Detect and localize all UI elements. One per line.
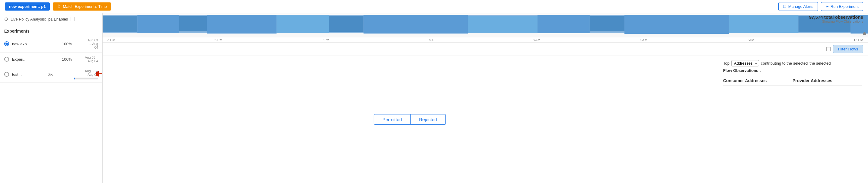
time-label-2: 9 PM [322, 38, 330, 42]
time-label-7: 12 PM [854, 38, 863, 42]
svg-rect-4 [103, 16, 137, 32]
svg-rect-5 [137, 15, 179, 33]
top-bar-left: new experiment: p1 ⏱ Match Experiment's … [5, 2, 111, 10]
time-label-5: 6 AM [640, 38, 647, 42]
experiment-percent-1: 100% [62, 57, 74, 62]
filter-flows-button[interactable]: Filter Flows [833, 45, 863, 53]
top-bar: new experiment: p1 ⏱ Match Experiment's … [0, 0, 868, 13]
manage-alerts-icon: ☐ [783, 4, 786, 9]
time-label-1: 6 PM [215, 38, 222, 42]
radio-inner [5, 42, 8, 45]
svg-rect-10 [364, 15, 468, 33]
rejected-button[interactable]: Rejected [411, 114, 446, 125]
svg-rect-12 [537, 15, 590, 33]
experiment-name-2: test... [12, 72, 45, 77]
run-experiment-button[interactable]: ✈ Run Experiment [821, 2, 863, 11]
permitted-rejected-area: Permitted Rejected [103, 56, 717, 183]
top-label: Top [723, 61, 730, 65]
live-policy-icon: ⊙ [4, 16, 8, 22]
observations-badge: 97,574 total observations Showing Flow O… [809, 14, 863, 23]
experiment-bar-fill-2 [74, 78, 75, 80]
chart-labels: 3 PM 6 PM 9 PM 8/4 3 AM 6 AM 9 AM 12 PM [103, 37, 868, 42]
time-label-4: 3 AM [533, 38, 540, 42]
contributing-label: contributing to the selected [761, 61, 808, 65]
time-label-3: 8/4 [429, 38, 433, 42]
sidebar-top: ⊙ Live Policy Analysis: p1 Enabled [0, 13, 102, 25]
svg-rect-7 [207, 15, 277, 33]
match-time-button[interactable]: ⏱ Match Experiment's Time [53, 2, 111, 10]
addresses-dropdown-wrapper[interactable]: Addresses ▼ [731, 60, 759, 66]
svg-point-18 [863, 32, 867, 35]
list-item[interactable]: new exp... 100% Aug 03– Aug04 [0, 35, 102, 53]
right-panel: 3 PM 6 PM 9 PM 8/4 3 AM 6 AM 9 AM 12 PM … [103, 13, 868, 183]
the-selected-label: the selected [809, 61, 831, 65]
radio-inactive-2[interactable] [4, 72, 9, 77]
flow-filter-row: Filter Flows [103, 42, 868, 56]
experiment-bar-2 [74, 78, 98, 80]
observations-count: 97,574 total observations [809, 14, 863, 20]
svg-rect-13 [590, 16, 624, 31]
experiment-percent-2: 0% [48, 72, 60, 77]
policy-value: p1 Enabled [48, 17, 68, 22]
top-bar-right: ☐ Manage Alerts ✈ Run Experiment [778, 2, 863, 11]
svg-rect-9 [329, 16, 363, 32]
manage-alerts-button[interactable]: ☐ Manage Alerts [778, 2, 818, 11]
svg-rect-14 [624, 15, 729, 34]
clock-icon: ⏱ [57, 4, 61, 9]
run-experiment-label: Run Experiment [831, 4, 859, 9]
svg-rect-6 [179, 16, 207, 31]
manage-alerts-label: Manage Alerts [788, 4, 813, 9]
red-arrow-indicator [96, 71, 102, 78]
provider-addresses-col: Provider Addresses [793, 76, 862, 86]
experiment-list: new exp... 100% Aug 03– Aug04 Experi... … [0, 35, 102, 183]
new-experiment-button[interactable]: new experiment: p1 [5, 2, 50, 10]
svg-rect-8 [276, 16, 329, 33]
run-experiment-icon: ✈ [826, 4, 829, 9]
experiment-name-0: new exp... [12, 42, 59, 46]
sidebar: ⊙ Live Policy Analysis: p1 Enabled Exper… [0, 13, 103, 183]
permitted-button[interactable]: Permitted [374, 114, 410, 125]
period-label: . [760, 68, 761, 73]
chart-area: 3 PM 6 PM 9 PM 8/4 3 AM 6 AM 9 AM 12 PM … [103, 13, 868, 42]
svg-rect-15 [729, 16, 799, 33]
policy-label: Live Policy Analysis: [10, 17, 46, 22]
main-content: ⊙ Live Policy Analysis: p1 Enabled Exper… [0, 13, 868, 183]
experiment-dates-2: Aug 03 –Aug 04 [80, 69, 98, 77]
permitted-rejected-buttons: Permitted Rejected [374, 114, 445, 125]
list-item[interactable]: Experi... 100% Aug 03 –Aug 04 [0, 53, 102, 66]
addresses-dropdown[interactable]: Addresses [731, 60, 759, 66]
match-time-label: Match Experiment's Time [63, 4, 107, 9]
flow-filter-checkbox[interactable] [826, 47, 831, 51]
middle-section: Permitted Rejected Top Addresses ▼ contr… [103, 56, 868, 183]
policy-checkbox[interactable] [71, 17, 75, 21]
experiment-name-1: Experi... [12, 57, 59, 62]
observations-sub: Showing Flow Observations [809, 20, 863, 23]
list-item[interactable]: test... 0% Aug 03 –Aug 04 [0, 66, 102, 83]
time-label-6: 9 AM [747, 38, 754, 42]
experiment-percent-0: 100% [62, 42, 74, 46]
radio-active[interactable] [4, 41, 9, 46]
addresses-columns: Consumer Addresses Provider Addresses [723, 76, 862, 86]
flow-observations-label: Flow Observations [723, 68, 758, 73]
top-addresses-header: Top Addresses ▼ contributing to the sele… [723, 60, 862, 73]
experiment-dates-1: Aug 03 –Aug 04 [80, 56, 98, 63]
top-addresses-panel: Top Addresses ▼ contributing to the sele… [717, 56, 868, 183]
experiment-dates-0: Aug 03– Aug04 [80, 38, 98, 49]
radio-inactive-1[interactable] [4, 57, 9, 62]
consumer-addresses-col: Consumer Addresses [723, 76, 793, 86]
timeline-chart [103, 13, 868, 37]
time-label-0: 3 PM [107, 38, 115, 42]
experiments-title: Experiments [0, 25, 102, 35]
svg-rect-11 [468, 16, 537, 33]
